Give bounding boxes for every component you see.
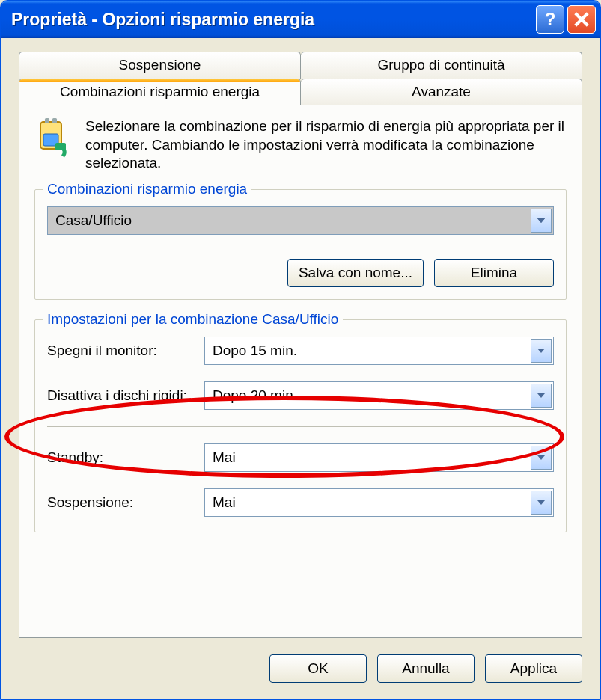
group-schemes-legend: Combinazioni risparmio energia bbox=[43, 181, 251, 197]
save-as-button[interactable]: Salva con nome... bbox=[287, 259, 424, 287]
separator bbox=[47, 426, 554, 427]
tab-row-upper: Sospensione Gruppo di continuità bbox=[19, 52, 582, 79]
label-monitor: Spegni il monitor: bbox=[47, 343, 197, 359]
scheme-select[interactable]: Casa/Ufficio bbox=[47, 206, 554, 235]
dropdown-icon bbox=[531, 446, 552, 470]
label-hibernate: Sospensione: bbox=[47, 494, 197, 511]
tab-combinazioni-energia[interactable]: Combinazioni risparmio energia bbox=[19, 79, 301, 105]
label-disks: Disattiva i dischi rigidi: bbox=[47, 387, 197, 404]
svg-marker-6 bbox=[537, 349, 545, 353]
row-hibernate: Sospensione: Mai bbox=[47, 488, 554, 517]
tab-avanzate[interactable]: Avanzate bbox=[301, 79, 582, 105]
delete-button[interactable]: Elimina bbox=[434, 259, 554, 287]
tab-row-lower: Combinazioni risparmio energia Avanzate bbox=[19, 79, 582, 105]
tab-gruppo-continuita[interactable]: Gruppo di continuità bbox=[301, 52, 582, 79]
titlebar-buttons: ? bbox=[536, 5, 596, 34]
row-disks: Disattiva i dischi rigidi: Dopo 20 min. bbox=[47, 381, 554, 410]
title-bar: Proprietà - Opzioni risparmio energia ? bbox=[1, 1, 600, 38]
battery-plug-icon bbox=[34, 117, 75, 173]
scheme-buttons: Salva con nome... Elimina bbox=[47, 259, 554, 287]
dropdown-icon bbox=[531, 491, 552, 515]
group-power-schemes: Combinazioni risparmio energia Casa/Uffi… bbox=[34, 189, 567, 300]
label-standby: Standby: bbox=[47, 449, 197, 466]
intro-row: Selezionare la combinazione per il rispa… bbox=[34, 117, 567, 173]
row-monitor: Spegni il monitor: Dopo 15 min. bbox=[47, 337, 554, 365]
svg-rect-1 bbox=[45, 118, 49, 123]
tab-sospensione[interactable]: Sospensione bbox=[19, 52, 301, 79]
scheme-select-value: Casa/Ufficio bbox=[55, 212, 132, 229]
svg-rect-2 bbox=[52, 118, 57, 123]
close-icon bbox=[573, 11, 590, 28]
svg-marker-8 bbox=[537, 455, 545, 460]
dialog-window: Proprietà - Opzioni risparmio energia ? … bbox=[0, 0, 601, 700]
dropdown-icon bbox=[531, 209, 552, 233]
svg-marker-5 bbox=[537, 218, 545, 223]
close-button[interactable] bbox=[567, 5, 596, 34]
dropdown-icon bbox=[531, 339, 552, 363]
select-monitor-timeout[interactable]: Dopo 15 min. bbox=[204, 337, 554, 365]
row-standby: Standby: Mai bbox=[47, 443, 554, 472]
cancel-button[interactable]: Annulla bbox=[377, 654, 475, 683]
intro-text: Selezionare la combinazione per il rispa… bbox=[85, 117, 567, 173]
dialog-footer: OK Annulla Applica bbox=[1, 647, 600, 683]
apply-button[interactable]: Applica bbox=[485, 654, 582, 683]
svg-marker-9 bbox=[537, 500, 545, 505]
svg-rect-4 bbox=[55, 143, 66, 150]
help-button[interactable]: ? bbox=[536, 5, 564, 34]
select-standby-timeout[interactable]: Mai bbox=[204, 443, 554, 472]
tab-panel: Selezionare la combinazione per il rispa… bbox=[19, 105, 582, 638]
window-title: Proprietà - Opzioni risparmio energia bbox=[11, 10, 536, 30]
group-settings-legend: Impostazioni per la combinazione Casa/Uf… bbox=[43, 311, 343, 328]
select-disks-timeout[interactable]: Dopo 20 min. bbox=[204, 381, 554, 410]
client-area: Sospensione Gruppo di continuità Combina… bbox=[1, 38, 600, 647]
ok-button[interactable]: OK bbox=[269, 654, 367, 683]
group-scheme-settings: Impostazioni per la combinazione Casa/Uf… bbox=[34, 319, 567, 532]
svg-marker-7 bbox=[537, 393, 545, 398]
dropdown-icon bbox=[531, 384, 552, 408]
select-hibernate-timeout[interactable]: Mai bbox=[204, 488, 554, 517]
